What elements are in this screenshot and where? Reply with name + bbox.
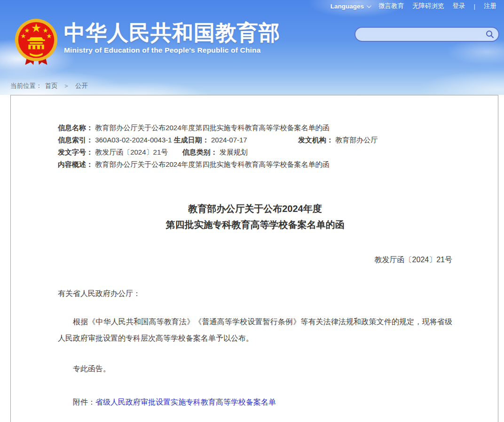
meta-agency-group: 发文机构： 教育部办公厅 [298,134,378,146]
languages-menu[interactable]: Languages [331,3,370,10]
attachment-label: 附件： [73,398,95,406]
meta-date-value: 2024-07-17 [211,136,247,144]
meta-name-label: 信息名称： [58,124,93,132]
meta-agency-label: 发文机构： [298,136,333,144]
meta-row-docnum-category: 发文字号： 教发厅函〔2024〕21号 信息类别： 发展规划 [58,146,452,158]
attachment-row: 附件：省级人民政府审批设置实施专科教育高等学校备案名单 [58,397,452,408]
breadcrumb-label: 当前位置： [10,82,42,90]
meta-row-index-date-agency: 信息索引： 360A03-02-2024-0043-1 生成日期： 2024-0… [58,134,452,146]
document-closing: 专此函告。 [58,363,452,375]
breadcrumb-section[interactable]: 公开 [75,82,88,90]
document-title-line2: 第四批实施专科教育高等学校备案名单的函 [58,217,452,233]
logo-text: 中华人民共和国教育部 Ministry of Education of the … [64,18,280,55]
site-subtitle-en: Ministry of Education of the People's Re… [64,46,280,55]
breadcrumb: 当前位置： 首页 ＞ 公开 [10,82,88,90]
meta-docnum-value: 教发厅函〔2024〕21号 [95,148,168,156]
search-input[interactable] [355,28,481,41]
meta-summary-label: 内容概述： [58,160,93,168]
meta-row-summary: 内容概述： 教育部办公厅关于公布2024年度第四批实施专科教育高等学校备案名单的… [58,158,452,171]
topbar-link-weiyan[interactable]: 微言教育 [378,2,404,10]
document-title-line1: 教育部办公厅关于公布2024年度 [58,201,452,217]
site-title: 中华人民共和国教育部 [64,21,280,45]
topbar-link-accessibility[interactable]: 无障碍浏览 [412,2,444,10]
national-emblem-icon [13,18,59,67]
meta-category-label: 信息类别： [182,148,218,156]
document-body: 教育部办公厅关于公布2024年度 第四批实施专科教育高等学校备案名单的函 教发厅… [58,201,452,408]
document-number: 教发厅函〔2024〕21号 [58,254,452,266]
topbar-separator: | [473,3,475,10]
meta-index-value: 360A03-02-2024-0043-1 [95,136,172,144]
breadcrumb-separator: ＞ [63,82,70,90]
document-paragraph: 根据《中华人民共和国高等教育法》《普通高等学校设置暂行条例》等有关法律法规和政策… [58,313,452,346]
site-logo[interactable]: 中华人民共和国教育部 Ministry of Education of the … [13,18,280,67]
meta-row-name: 信息名称： 教育部办公厅关于公布2024年度第四批实施专科教育高等学校备案名单的… [58,122,452,134]
document-metadata: 信息名称： 教育部办公厅关于公布2024年度第四批实施专科教育高等学校备案名单的… [58,122,452,171]
meta-docnum-label: 发文字号： [58,148,93,156]
document-salutation: 有关省人民政府办公厅： [58,288,452,299]
content-panel: 信息名称： 教育部办公厅关于公布2024年度第四批实施专科教育高等学校备案名单的… [10,95,498,422]
meta-name-value: 教育部办公厅关于公布2024年度第四批实施专科教育高等学校备案名单的函 [95,124,329,132]
meta-summary-value: 教育部办公厅关于公布2024年度第四批实施专科教育高等学校备案名单的函 [95,160,329,168]
login-link[interactable]: 登录 [452,2,465,10]
document-title: 教育部办公厅关于公布2024年度 第四批实施专科教育高等学校备案名单的函 [58,201,452,233]
meta-date-label: 生成日期： [174,136,209,144]
meta-agency-value: 教育部办公厅 [335,136,378,144]
chevron-down-icon [367,3,371,8]
meta-category-value: 发展规划 [220,148,248,156]
search-box [354,27,499,42]
meta-index-label: 信息索引： [58,136,93,144]
topbar: Languages 微言教育 无障碍浏览 登录 | 注册 [331,2,496,10]
breadcrumb-home[interactable]: 首页 [45,82,58,90]
site-header: Languages 微言教育 无障碍浏览 登录 | 注册 [0,0,504,95]
register-link[interactable]: 注册 [484,2,496,10]
search-icon [485,30,495,39]
languages-label: Languages [331,3,364,10]
search-button[interactable] [481,28,498,41]
attachment-link[interactable]: 省级人民政府审批设置实施专科教育高等学校备案名单 [95,398,276,406]
